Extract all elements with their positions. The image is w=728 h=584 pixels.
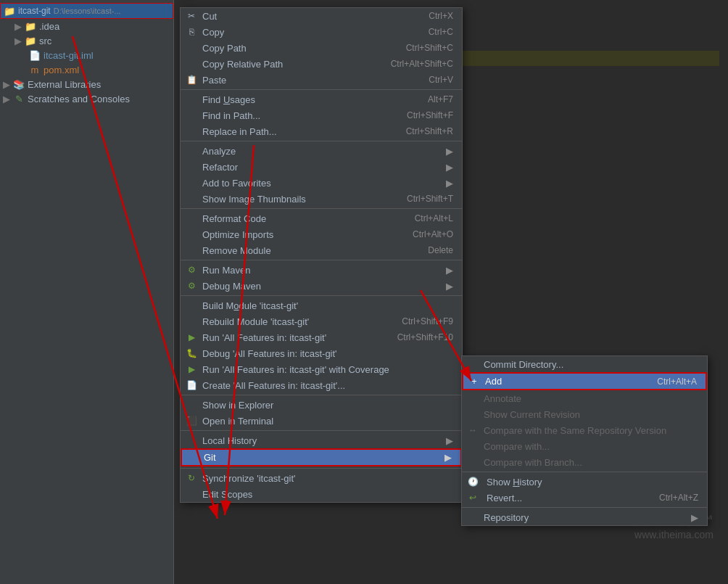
terminal-icon: ⬛ [185,414,198,427]
menu-find-in-path-shortcut: Ctrl+Shift+F [407,110,453,120]
menu-create-all[interactable]: 📄 Create 'All Features in: itcast-git'..… [181,377,462,393]
menu-synchronize[interactable]: ↻ Synchronize 'itcast-git' [181,470,462,486]
menu-synchronize-label: Synchronize 'itcast-git' [202,473,453,484]
menu-replace-in-path-label: Replace in Path... [202,126,392,137]
menu-analyze-label: Analyze [202,146,440,157]
project-item-pom[interactable]: m pom.xml [0,62,173,77]
run-coverage-icon: ▶ [185,363,198,376]
menu-run-all-shortcut: Ctrl+Shift+F10 [397,332,453,342]
menu-sep-2 [181,141,462,141]
menu-run-all[interactable]: ▶ Run 'All Features in: itcast-git' Ctrl… [181,329,462,345]
menu-find-usages-shortcut: Alt+F7 [428,94,453,104]
submenu-repository[interactable]: Repository ▶ [462,509,707,525]
sync-icon: ↻ [185,472,198,485]
menu-paste[interactable]: 📋 Paste Ctrl+V [181,72,462,88]
debug-maven-arrow: ▶ [446,281,453,292]
menu-open-terminal[interactable]: ⬛ Open in Terminal [181,413,462,429]
menu-run-maven[interactable]: ⚙ Run Maven ▶ [181,262,462,278]
project-item-idea[interactable]: ▶ 📁 .idea [0,19,173,33]
menu-cut-shortcut: Ctrl+X [429,11,453,21]
project-item-src[interactable]: ▶ 📁 src [0,33,173,48]
folder-icon: 📁 [4,5,15,17]
menu-copy-relative[interactable]: Copy Relative Path Ctrl+Alt+Shift+C [181,56,462,72]
submenu-compare-same-label: Compare with the Same Repository Version [484,425,698,436]
submenu-show-revision-label: Show Current Revision [484,409,698,420]
menu-add-favorites-label: Add to Favorites [202,178,440,189]
menu-find-usages[interactable]: Find Usages Alt+F7 [181,91,462,107]
debug-all-icon: 🐛 [185,347,198,360]
menu-replace-in-path[interactable]: Replace in Path... Ctrl+Shift+R [181,123,462,139]
menu-run-all-label: Run 'All Features in: itcast-git' [202,332,383,343]
menu-build-module[interactable]: Build Module 'itcast-git' [181,297,462,313]
menu-add-favorites[interactable]: Add to Favorites ▶ [181,175,462,191]
submenu-add-shortcut: Ctrl+Alt+A [657,377,697,387]
context-menu: ✂ Cut Ctrl+X ⎘ Copy Ctrl+C Copy Path Ctr… [180,7,463,503]
submenu-revert[interactable]: ↩ Revert... Ctrl+Alt+Z [462,490,707,506]
menu-find-usages-label: Find Usages [202,94,413,105]
menu-find-in-path-label: Find in Path... [202,110,392,121]
menu-reformat-shortcut: Ctrl+Alt+L [415,213,453,223]
menu-optimize-imports-label: Optimize Imports [202,229,398,240]
menu-sep-4 [181,260,462,260]
iml-icon: 📄 [29,49,41,61]
copy-icon: ⎘ [185,25,198,38]
menu-debug-all[interactable]: 🐛 Debug 'All Features in: itcast-git' [181,345,462,361]
menu-rebuild-module-label: Rebuild Module 'itcast-git' [202,316,387,327]
menu-remove-module-label: Remove Module [202,245,413,256]
project-item-ext-libs[interactable]: ▶ 📚 External Libraries [0,77,173,91]
submenu-show-history[interactable]: 🕐 Show History [462,474,707,490]
menu-copy-path[interactable]: Copy Path Ctrl+Shift+C [181,40,462,56]
menu-refactor[interactable]: Refactor ▶ [181,159,462,175]
submenu-annotate-label: Annotate [484,393,698,404]
project-root-label: itcast-git [18,6,51,16]
menu-remove-module[interactable]: Remove Module Delete [181,242,462,258]
project-item-root[interactable]: 📁 itcast-git D:\lessons\itcast-... [0,3,173,19]
menu-debug-maven[interactable]: ⚙ Debug Maven ▶ [181,278,462,294]
menu-optimize-imports-shortcut: Ctrl+Alt+O [413,229,453,239]
menu-show-thumbnails[interactable]: Show Image Thumbnails Ctrl+Shift+T [181,191,462,207]
menu-sep-8 [181,468,462,469]
submenu-sep-2 [462,507,707,508]
submenu-add[interactable]: + Add Ctrl+Alt+A [462,372,707,390]
menu-show-thumbnails-label: Show Image Thumbnails [202,194,392,205]
submenu-show-history-label: Show History [484,477,698,488]
project-item-iml[interactable]: 📄 itcast-git.iml [0,48,173,62]
git-submenu: Commit Directory... + Add Ctrl+Alt+A Ann… [461,355,708,526]
menu-find-in-path[interactable]: Find in Path... Ctrl+Shift+F [181,107,462,123]
run-all-icon: ▶ [185,331,198,344]
menu-run-coverage[interactable]: ▶ Run 'All Features in: itcast-git' with… [181,361,462,377]
menu-copy-path-label: Copy Path [202,43,392,54]
menu-cut[interactable]: ✂ Cut Ctrl+X [181,8,462,24]
submenu-add-label: Add [485,376,642,387]
menu-reformat[interactable]: Reformat Code Ctrl+Alt+L [181,210,462,226]
menu-build-module-label: Build Module 'itcast-git' [202,300,453,311]
submenu-commit-dir[interactable]: Commit Directory... [462,356,707,372]
menu-run-coverage-label: Run 'All Features in: itcast-git' with C… [202,364,453,375]
menu-copy[interactable]: ⎘ Copy Ctrl+C [181,24,462,40]
menu-local-history-label: Local History [202,435,440,446]
library-icon: 📚 [13,78,25,90]
analyze-arrow: ▶ [446,146,453,157]
submenu-compare-with: Compare with... [462,438,707,454]
menu-git[interactable]: Git ▶ [181,448,462,466]
menu-sep-3 [181,208,462,209]
menu-show-thumbnails-shortcut: Ctrl+Shift+T [407,194,453,204]
submenu-compare-with-label: Compare with... [484,441,698,452]
folder-icon-idea: 📁 [25,20,36,32]
menu-analyze[interactable]: Analyze ▶ [181,143,462,159]
menu-debug-maven-label: Debug Maven [202,281,440,292]
menu-replace-in-path-shortcut: Ctrl+Shift+R [406,126,453,136]
menu-edit-scopes[interactable]: Edit Scopes [181,486,462,502]
local-history-arrow: ▶ [446,435,453,446]
menu-reformat-label: Reformat Code [202,213,400,224]
menu-show-explorer[interactable]: Show in Explorer [181,397,462,413]
git-arrow: ▶ [444,452,452,463]
debug-maven-icon: ⚙ [185,279,198,292]
run-maven-arrow: ▶ [446,265,453,276]
run-maven-icon: ⚙ [185,263,198,276]
menu-optimize-imports[interactable]: Optimize Imports Ctrl+Alt+O [181,226,462,242]
project-item-scratches[interactable]: ▶ ✎ Scratches and Consoles [0,91,173,106]
paste-icon: 📋 [185,73,198,86]
menu-local-history[interactable]: Local History ▶ [181,432,462,448]
menu-rebuild-module[interactable]: Rebuild Module 'itcast-git' Ctrl+Shift+F… [181,313,462,329]
